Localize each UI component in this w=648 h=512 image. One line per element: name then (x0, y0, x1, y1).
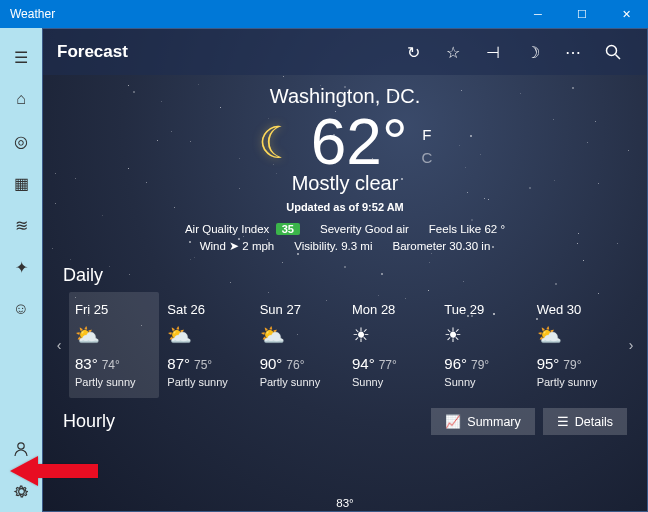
wind-value: 2 mph (242, 240, 274, 252)
visibility-label: Visibility. (294, 240, 338, 252)
day-name: Sat 26 (167, 302, 245, 317)
moon-icon: ☾ (258, 117, 297, 168)
search-icon[interactable] (593, 29, 633, 75)
app-title: Weather (10, 7, 55, 21)
favorites-icon[interactable]: ≋ (0, 204, 42, 246)
day-condition: Partly sunny (167, 376, 245, 388)
sidebar: ☰ ⌂ ◎ ▦ ≋ ✦ ☺ (0, 28, 42, 512)
pin-icon[interactable]: ⊣ (473, 29, 513, 75)
day-condition: Partly sunny (260, 376, 338, 388)
aqi-badge: 35 (276, 223, 300, 235)
svg-point-0 (18, 443, 24, 449)
aqi-label: Air Quality Index (185, 223, 269, 235)
weather-icon: ⛅ (167, 323, 245, 347)
day-card[interactable]: Wed 30⛅95°79°Partly sunny (531, 292, 621, 398)
hamburger-icon[interactable]: ☰ (0, 36, 42, 78)
news-icon[interactable]: ✦ (0, 246, 42, 288)
feedback-icon[interactable]: ☺ (0, 288, 42, 330)
day-temps: 87°75° (167, 355, 245, 372)
summary-button[interactable]: 📈Summary (431, 408, 534, 435)
minimize-button[interactable]: ─ (516, 0, 560, 28)
svg-point-1 (607, 46, 617, 56)
bottom-temp: 83° (336, 497, 353, 509)
feels-label: Feels Like (429, 223, 481, 235)
hero: Washington, DC. ☾ 62° F C Mostly clear U… (43, 75, 647, 257)
day-card[interactable]: Fri 25⛅83°74°Partly sunny (69, 292, 159, 398)
page-title: Forecast (57, 42, 128, 62)
day-card[interactable]: Sat 26⛅87°75°Partly sunny (161, 292, 251, 398)
unit-celsius[interactable]: C (421, 149, 432, 166)
day-name: Tue 29 (444, 302, 522, 317)
header: Forecast ↻ ☆ ⊣ ☽ ⋯ (43, 29, 647, 75)
titlebar: Weather ─ ☐ ✕ (0, 0, 648, 28)
day-temps: 95°79° (537, 355, 615, 372)
day-card[interactable]: Tue 29☀96°79°Sunny (438, 292, 528, 398)
history-icon[interactable]: ▦ (0, 162, 42, 204)
moon-theme-icon[interactable]: ☽ (513, 29, 553, 75)
weather-icon: ⛅ (260, 323, 338, 347)
wind-label: Wind (200, 240, 226, 252)
hourly-title: Hourly (63, 411, 115, 432)
svg-line-2 (616, 55, 621, 60)
chart-icon: 📈 (445, 414, 461, 429)
day-temps: 83°74° (75, 355, 153, 372)
day-temps: 90°76° (260, 355, 338, 372)
weather-icon: ☀ (352, 323, 430, 347)
unit-fahrenheit[interactable]: F (421, 126, 432, 143)
day-condition: Sunny (352, 376, 430, 388)
location-label: Washington, DC. (43, 85, 647, 108)
day-card[interactable]: Sun 27⛅90°76°Partly sunny (254, 292, 344, 398)
home-icon[interactable]: ⌂ (0, 78, 42, 120)
day-name: Sun 27 (260, 302, 338, 317)
day-name: Wed 30 (537, 302, 615, 317)
weather-icon: ⛅ (75, 323, 153, 347)
feels-value: 62 ° (484, 223, 505, 235)
visibility-value: 9.3 mi (341, 240, 372, 252)
updated-label: Updated as of 9:52 AM (43, 201, 647, 213)
more-icon[interactable]: ⋯ (553, 29, 593, 75)
day-temps: 96°79° (444, 355, 522, 372)
details-button[interactable]: ☰Details (543, 408, 627, 435)
daily-strip: ‹ Fri 25⛅83°74°Partly sunnySat 26⛅87°75°… (43, 292, 647, 398)
list-icon: ☰ (557, 414, 569, 429)
settings-icon[interactable] (0, 470, 42, 512)
day-name: Fri 25 (75, 302, 153, 317)
main-content: Forecast ↻ ☆ ⊣ ☽ ⋯ Washington, DC. ☾ 62°… (42, 28, 648, 512)
daily-title: Daily (43, 257, 647, 292)
condition-label: Mostly clear (43, 172, 647, 195)
barometer-label: Barometer (392, 240, 446, 252)
daily-prev-button[interactable]: ‹ (49, 337, 69, 353)
weather-icon: ☀ (444, 323, 522, 347)
day-condition: Partly sunny (537, 376, 615, 388)
day-temps: 94°77° (352, 355, 430, 372)
day-condition: Sunny (444, 376, 522, 388)
day-card[interactable]: Mon 28☀94°77°Sunny (346, 292, 436, 398)
daily-next-button[interactable]: › (621, 337, 641, 353)
maps-icon[interactable]: ◎ (0, 120, 42, 162)
severity-label: Severity (320, 223, 362, 235)
severity-value: Good air (365, 223, 409, 235)
current-temp: 62° (311, 110, 408, 174)
weather-icon: ⛅ (537, 323, 615, 347)
day-condition: Partly sunny (75, 376, 153, 388)
close-button[interactable]: ✕ (604, 0, 648, 28)
refresh-icon[interactable]: ↻ (393, 29, 433, 75)
favorite-icon[interactable]: ☆ (433, 29, 473, 75)
barometer-value: 30.30 in (449, 240, 490, 252)
day-name: Mon 28 (352, 302, 430, 317)
maximize-button[interactable]: ☐ (560, 0, 604, 28)
signin-icon[interactable] (0, 428, 42, 470)
